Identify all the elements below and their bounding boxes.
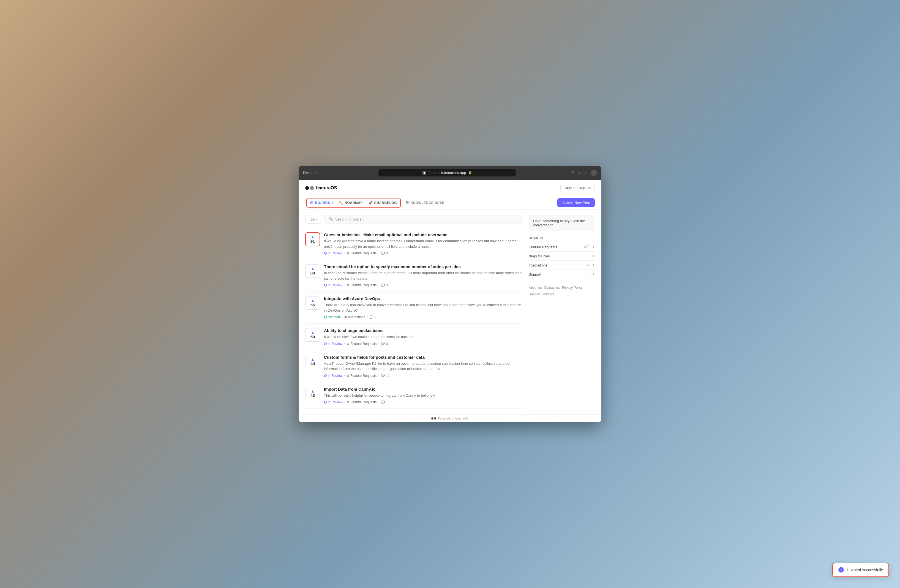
- sign-in-button[interactable]: Sign in / Sign up: [560, 184, 595, 192]
- post-meta: In Review • ⊞ Feature Requests • 💬 11: [324, 374, 523, 378]
- post-item: ▲ 43 Import Data from Canny.io This will…: [305, 382, 523, 409]
- lock-icon: 🔒: [468, 171, 472, 175]
- boards-chevron: ▾: [332, 201, 334, 204]
- footer-link-contact-us[interactable]: Contact us: [544, 286, 560, 290]
- nav-tabs: ⊞ BOARDS ▾ ✏️ ROADMAP 🚀 CHANGELOG ☰: [305, 196, 448, 209]
- search-box: 🔍: [324, 215, 523, 223]
- board-name: Support: [529, 272, 542, 276]
- board-name: Integrations: [529, 263, 548, 267]
- kb-label: KNOWLEDGE BASE: [411, 201, 444, 205]
- board-plus-button[interactable]: +: [592, 272, 595, 277]
- meta-category: ⊞ Feature Requests: [347, 374, 377, 378]
- more-dots: ···: [593, 171, 595, 175]
- active-nav-group: ⊞ BOARDS ▾ ✏️ ROADMAP 🚀 CHANGELOG: [306, 198, 401, 208]
- meta-comments: 💬 11: [381, 374, 389, 378]
- meta-comments: 💬 1: [381, 400, 388, 404]
- vote-box[interactable]: ▲ 43: [305, 387, 320, 400]
- post-title[interactable]: Integrate with Azure DevOps: [324, 296, 523, 301]
- vote-count: 43: [310, 393, 315, 398]
- powered-logo: [431, 417, 436, 419]
- logo-icon: [305, 186, 314, 190]
- footer-link-support[interactable]: Support: [529, 292, 540, 296]
- vote-box[interactable]: ▲ 44: [305, 355, 320, 368]
- vote-box[interactable]: ▲ 80: [305, 264, 320, 278]
- vote-count: 91: [310, 239, 315, 244]
- tab-roadmap[interactable]: ✏️ ROADMAP: [336, 199, 366, 207]
- submit-post-button[interactable]: Submit New Post: [557, 198, 595, 207]
- footer-link-privacy-policy[interactable]: Privacy Policy: [562, 286, 583, 290]
- post-body: Guest submission - Make email optional a…: [324, 232, 523, 255]
- post-title[interactable]: Ability to change bucket icons: [324, 328, 523, 333]
- post-title[interactable]: Guest submission - Make email optional a…: [324, 232, 523, 237]
- address-bar[interactable]: feedback.featureos.app 🔒: [379, 169, 516, 177]
- footer-link-about-us[interactable]: About us: [529, 286, 542, 290]
- browser-chrome: Private ‹ feedback.featureos.app 🔒 ⊕ ↑ +…: [299, 166, 601, 180]
- filter-bar: Top ▾ 🔍: [305, 215, 523, 223]
- post-title[interactable]: There should be option to specify maximu…: [324, 264, 523, 269]
- roadmap-icon: ✏️: [339, 201, 343, 205]
- comments-icon: 💬: [381, 284, 385, 287]
- more-menu-icon[interactable]: ···: [591, 170, 597, 176]
- meta-separator: •: [344, 400, 345, 404]
- vote-box[interactable]: ▲ 55: [305, 296, 320, 310]
- top-filter-dropdown[interactable]: Top ▾: [305, 215, 321, 223]
- app-content: featureOS Sign in / Sign up ⊞ BOARDS ▾ ✏…: [299, 180, 601, 422]
- sidebar-board-item[interactable]: Feature Requests 279 +: [529, 242, 595, 251]
- status-badge: In Review: [324, 251, 342, 255]
- category-icon: ⊞: [347, 374, 349, 377]
- top-filter-label: Top: [309, 217, 315, 221]
- logo-dot-2: [310, 186, 314, 190]
- board-plus-button[interactable]: +: [592, 263, 595, 268]
- share-icon[interactable]: ↑: [579, 171, 581, 175]
- post-title[interactable]: Custom forms & fields for posts and cust…: [324, 355, 523, 360]
- new-tab-icon[interactable]: +: [585, 171, 587, 175]
- sidebar-board-item[interactable]: Integrations 27 +: [529, 261, 595, 270]
- filter-chevron: ▾: [316, 218, 318, 221]
- meta-separator: •: [344, 374, 345, 378]
- meta-comments: 💬 8: [381, 251, 388, 255]
- board-count: 27: [586, 263, 589, 267]
- footer-link-website[interactable]: Website: [543, 292, 554, 296]
- search-input[interactable]: [335, 217, 519, 221]
- status-dot: [324, 401, 327, 403]
- status-dot: [324, 343, 327, 345]
- boards-icon: ⊞: [310, 201, 313, 205]
- vote-box[interactable]: ▲ 91: [305, 232, 320, 247]
- upvote-arrow: ▲: [311, 330, 315, 335]
- private-label: Private: [303, 171, 313, 175]
- category-icon: ⊞: [347, 342, 349, 346]
- main-layout: Top ▾ 🔍 ▲ 91 Guest submission - Make ema…: [299, 209, 601, 414]
- post-title[interactable]: Import Data from Canny.io: [324, 387, 523, 391]
- post-body: Custom forms & fields for posts and cust…: [324, 355, 523, 378]
- upvote-arrow: ▲: [311, 299, 315, 303]
- sidebar-boards-list: Feature Requests 279 + Bugs & Fixes 0 + …: [529, 242, 595, 279]
- status-badge: In Review: [324, 342, 342, 346]
- tab-changelog[interactable]: 🚀 CHANGELOG: [366, 199, 400, 207]
- comments-icon: 💬: [381, 374, 385, 377]
- board-plus-button[interactable]: +: [592, 253, 595, 259]
- tab-knowledge-base[interactable]: ☰ KNOWLEDGE BASE: [402, 196, 448, 209]
- upvote-arrow: ▲: [311, 357, 315, 361]
- meta-separator-2: •: [378, 342, 379, 346]
- meta-separator-2: •: [378, 251, 379, 255]
- sidebar-boards-title: BOARDS: [529, 236, 595, 240]
- vote-box[interactable]: ▲ 50: [305, 328, 320, 341]
- logo-text: featureOS: [316, 186, 337, 191]
- kb-icon: ☰: [406, 201, 409, 205]
- board-plus-button[interactable]: +: [592, 244, 595, 250]
- tab-boards[interactable]: ⊞ BOARDS ▾: [307, 199, 336, 207]
- post-body: Integrate with Azure DevOps There are ma…: [324, 296, 523, 319]
- sidebar-board-item[interactable]: Bugs & Fixes 0 +: [529, 251, 595, 261]
- meta-comments: 💬 0: [381, 342, 388, 346]
- status-dot: [324, 284, 327, 287]
- browser-controls: ⊕ ↑ + ···: [569, 170, 597, 176]
- sidebar-board-item[interactable]: Support 0 +: [529, 270, 595, 279]
- back-button[interactable]: ‹: [316, 170, 318, 175]
- status-badge: In Review: [324, 374, 342, 378]
- browser-window: Private ‹ feedback.featureos.app 🔒 ⊕ ↑ +…: [299, 166, 601, 422]
- board-count: 0: [588, 254, 590, 258]
- svg-point-1: [424, 172, 425, 174]
- download-icon[interactable]: ⊕: [571, 170, 575, 175]
- app-header: featureOS Sign in / Sign up: [299, 180, 601, 196]
- status-badge: In Review: [324, 400, 342, 404]
